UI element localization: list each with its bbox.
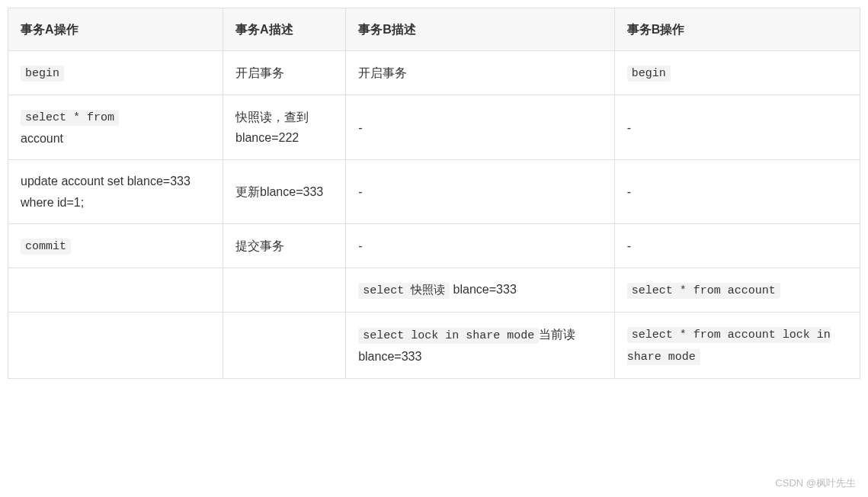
cell-b-desc: select 快照读 blance=333 [346, 268, 615, 312]
header-b-desc: 事务B描述 [346, 8, 615, 51]
code-snippet: select * from [21, 110, 119, 126]
cell-a-desc [223, 312, 346, 378]
cell-b-desc: - [346, 160, 615, 223]
cell-a-op: select * fromaccount [8, 95, 223, 160]
cell-a-op: update account set blance=333 where id=1… [8, 160, 223, 223]
table-row: begin 开启事务 开启事务 begin [8, 51, 860, 95]
cell-a-desc: 更新blance=333 [223, 160, 346, 223]
table-row: commit 提交事务 - - [8, 223, 860, 268]
cell-a-op: begin [8, 51, 223, 95]
code-snippet: select 快照读 [358, 283, 450, 299]
cell-b-op: - [614, 223, 860, 268]
code-snippet: select lock in share mode [358, 328, 539, 344]
transaction-table: 事务A操作 事务A描述 事务B描述 事务B操作 begin 开启事务 开启事务 … [8, 8, 860, 379]
header-b-op: 事务B操作 [614, 8, 860, 51]
cell-b-op: - [614, 95, 860, 160]
cell-b-desc: 开启事务 [346, 51, 615, 95]
code-snippet: select * from account [627, 283, 780, 299]
desc-text: blance=333 [358, 350, 421, 363]
table-header-row: 事务A操作 事务A描述 事务B描述 事务B操作 [8, 8, 860, 51]
cell-a-op [8, 268, 223, 312]
cell-a-op: commit [8, 223, 223, 268]
cell-a-op [8, 312, 223, 378]
code-snippet: begin [627, 66, 671, 82]
cell-b-desc: select lock in share mode当前读 blance=333 [346, 312, 615, 378]
cell-b-desc: - [346, 95, 615, 160]
desc-text: blance=333 [450, 283, 517, 296]
cell-a-desc: 快照读，查到blance=222 [223, 95, 346, 160]
code-snippet: select * from account lock in share mode [627, 327, 831, 365]
cell-a-desc: 提交事务 [223, 223, 346, 268]
table-row: select * fromaccount 快照读，查到blance=222 - … [8, 95, 860, 160]
code-text: account [21, 132, 63, 145]
cell-b-op: begin [614, 51, 860, 95]
header-a-op: 事务A操作 [8, 8, 223, 51]
code-snippet: begin [21, 66, 64, 82]
table-row: update account set blance=333 where id=1… [8, 160, 860, 223]
cell-a-desc: 开启事务 [223, 51, 346, 95]
cell-b-op: select * from account [614, 268, 860, 312]
table-row: select lock in share mode当前读 blance=333 … [8, 312, 860, 378]
cell-a-desc [223, 268, 346, 312]
header-a-desc: 事务A描述 [223, 8, 346, 51]
cell-b-desc: - [346, 223, 615, 268]
table-row: select 快照读 blance=333 select * from acco… [8, 268, 860, 312]
code-snippet: commit [21, 239, 71, 255]
desc-text: 当前读 [539, 328, 575, 341]
cell-b-op: select * from account lock in share mode [614, 312, 860, 378]
cell-b-op: - [614, 160, 860, 223]
